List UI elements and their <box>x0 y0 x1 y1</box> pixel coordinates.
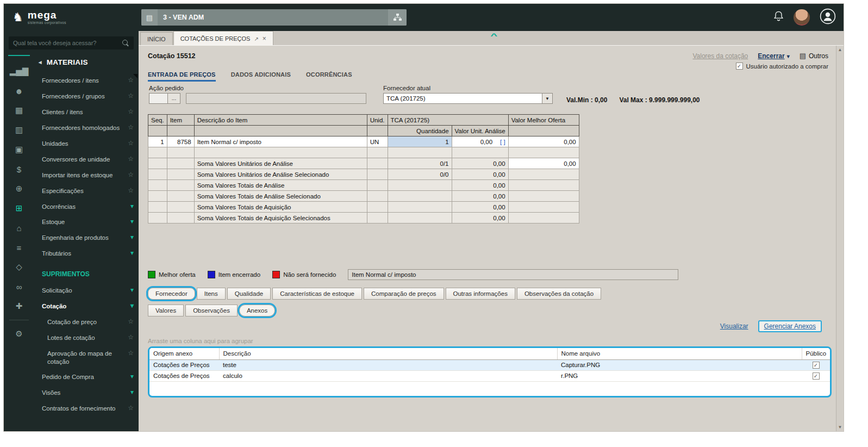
tab-outras-informacoes[interactable]: Outras informações <box>446 288 515 300</box>
sidebar-item-cotacao-de-preco[interactable]: Cotação de preço <box>34 314 139 330</box>
attachment-row[interactable]: Cotações de Preços teste Capturar.PNG <box>149 359 830 370</box>
sidebar-section-suprimentos[interactable]: SUPRIMENTOS <box>34 262 139 283</box>
sidebar-item-cotacao[interactable]: Cotação <box>34 299 139 314</box>
factory-icon[interactable]: ⌂ <box>4 218 34 238</box>
company-selector[interactable]: 3 - VEN ADM <box>141 9 407 26</box>
encerrar-dropdown[interactable]: Encerrar <box>758 52 789 60</box>
col-descricao[interactable]: Descrição <box>219 348 557 359</box>
spreadsheet-icon[interactable]: ▦ <box>4 101 34 120</box>
sidebar-item-especificacoes[interactable]: Especificações <box>34 183 139 199</box>
collapse-panel-chevron-icon[interactable] <box>490 32 497 40</box>
document-add-icon[interactable]: ✚ <box>4 296 34 316</box>
acao-pedido-field[interactable] <box>149 93 167 104</box>
organization-icon[interactable]: ▥ <box>4 120 34 140</box>
sidebar-item-tributarios[interactable]: Tributários <box>34 246 139 262</box>
usuario-autorizado-checkbox[interactable] <box>736 63 743 70</box>
sidebar-item-solicitacao[interactable]: Solicitação <box>34 283 139 299</box>
tab-entrada-de-precos[interactable]: ENTRADA DE PREÇOS <box>148 71 216 82</box>
purchases-cart-icon[interactable]: ⊞ <box>4 198 34 218</box>
globe-icon[interactable]: ⊕ <box>4 179 34 198</box>
tab-fornecedor[interactable]: Fornecedor <box>148 288 195 300</box>
col-publico[interactable]: Público <box>802 348 830 359</box>
user-config-icon[interactable]: ☻ <box>4 81 34 101</box>
unit-value-cell[interactable]: 0,00[ ] <box>452 136 508 147</box>
logistics-truck-icon[interactable]: ▣ <box>4 140 34 159</box>
search-input[interactable] <box>13 40 122 46</box>
scroll-up-icon[interactable] <box>836 47 844 52</box>
attachment-links: Visualizar Gerenciar Anexos <box>148 320 828 332</box>
sidebar-item-engenharia-de-produtos[interactable]: Engenharia de produtos <box>34 230 139 246</box>
outros-button[interactable]: Outros <box>800 52 828 60</box>
sidebar-item-aprovacao-do-mapa-de-cotacao[interactable]: Aprovação do mapa de cotação <box>34 346 139 370</box>
publico-checkbox[interactable] <box>813 372 820 380</box>
page-title: Cotação 15512 <box>148 52 196 60</box>
tab-dados-adicionais[interactable]: DADOS ADICIONAIS <box>231 71 291 82</box>
edit-brackets[interactable]: [ ] <box>500 139 505 145</box>
sidebar-item-unidades[interactable]: Unidades <box>34 136 139 152</box>
quantity-cell[interactable]: 1 <box>388 136 452 147</box>
tab-observacoes[interactable]: Observações <box>185 305 238 316</box>
tab-cotacoes-de-precos[interactable]: COTAÇÕES DE PREÇOS <box>173 31 273 45</box>
col-nome-arquivo[interactable]: Nome arquivo <box>557 348 802 359</box>
open-external-icon[interactable] <box>254 35 258 42</box>
fornecedor-atual-value: TCA (201725) <box>384 95 542 102</box>
sidebar-item-visoes[interactable]: Visões <box>34 385 139 401</box>
sidebar-item-fornecedores-grupos[interactable]: Fornecedores / grupos <box>34 89 139 104</box>
user-avatar[interactable] <box>794 9 810 26</box>
price-tag-icon[interactable]: ◇ <box>4 257 34 277</box>
chevron-down-icon[interactable] <box>542 94 552 103</box>
col-origem-anexo[interactable]: Origem anexo <box>149 348 219 359</box>
selected-item-field[interactable]: Item Normal c/ imposto <box>348 269 678 280</box>
logo-text: mega <box>28 10 66 20</box>
fornecedor-atual-select[interactable]: TCA (201725) <box>383 93 553 104</box>
tab-caracteristicas-de-estoque[interactable]: Características de estoque <box>272 288 362 300</box>
close-tab-icon[interactable] <box>263 35 266 42</box>
sidebar-item-contratos-de-fornecimento[interactable]: Contratos de fornecimento <box>34 401 139 417</box>
attachment-row[interactable]: Cotações de Preços calculo r.PNG <box>149 370 830 381</box>
finance-chart-icon[interactable]: $ <box>4 159 34 179</box>
tab-itens[interactable]: Itens <box>197 288 226 300</box>
gerenciar-anexos-link[interactable]: Gerenciar Anexos <box>758 320 822 332</box>
report-document-icon[interactable]: ≡ <box>4 238 34 257</box>
integration-link-icon[interactable]: ∞ <box>4 277 34 296</box>
fornecedor-atual-label: Fornecedor atual <box>383 85 553 91</box>
sidebar-item-pedido-de-compra[interactable]: Pedido de Compra <box>34 369 139 385</box>
sidebar-item-fornecedores-homologados[interactable]: Fornecedores homologados <box>34 120 139 136</box>
fornecedor-subtabs: ValoresObservaçõesAnexos <box>148 305 828 316</box>
acao-pedido-value-field[interactable] <box>186 93 366 104</box>
tab-anexos[interactable]: Anexos <box>239 305 275 316</box>
collapse-menu-arrow-icon[interactable]: ◂ <box>39 59 42 66</box>
sidebar-item-estoque[interactable]: Estoque <box>34 214 139 230</box>
notifications-bell-icon[interactable] <box>773 11 784 24</box>
visualizar-link[interactable]: Visualizar <box>720 322 748 330</box>
sidebar-item-conversores-de-unidade[interactable]: Conversores de unidade <box>34 152 139 167</box>
valores-da-cotacao-link[interactable]: Valores da cotação <box>692 52 748 60</box>
tab-qualidade[interactable]: Qualidade <box>227 288 271 300</box>
tab-valores[interactable]: Valores <box>148 305 184 316</box>
tab-comparacao-de-precos[interactable]: Comparação de preços <box>364 288 444 300</box>
sidebar-item-fornecedores-itens[interactable]: Fornecedores / itens <box>34 73 139 89</box>
mega-logo[interactable]: mega sistemas corporativos <box>4 10 139 25</box>
menu-section-title: MATERIAIS <box>47 58 88 66</box>
grid-item-row[interactable]: 1 8758 Item Normal c/ imposto UN 1 0,00[… <box>148 136 579 147</box>
col-valor-melhor-oferta: Valor Melhor Oferta <box>508 115 579 126</box>
col-item: Item <box>167 115 194 126</box>
vertical-scrollbar[interactable] <box>836 46 844 431</box>
organization-chart-icon[interactable] <box>388 9 407 26</box>
tab-observacoes-da-cotacao[interactable]: Observações da cotação <box>517 288 601 300</box>
account-person-icon[interactable] <box>820 8 836 27</box>
tab-inicio[interactable]: INÍCIO <box>140 32 173 45</box>
sidebar-item-lotes-de-cotacao[interactable]: Lotes de cotação <box>34 330 139 346</box>
search-icon[interactable] <box>122 40 129 47</box>
indicators-chart-icon[interactable]: ▂▅▇ <box>4 61 34 81</box>
gear-icon[interactable]: ⚙ <box>4 324 34 344</box>
scroll-down-icon[interactable] <box>836 425 844 430</box>
attachments-table: Origem anexo Descrição Nome arquivo Públ… <box>149 348 830 382</box>
sidebar-item-clientes-itens[interactable]: Clientes / itens <box>34 104 139 120</box>
acao-pedido-browse-button[interactable]: ... <box>167 93 180 104</box>
publico-checkbox[interactable] <box>813 362 820 369</box>
tab-ocorrencias[interactable]: OCORRÊNCIAS <box>306 71 352 82</box>
sidebar-item-importar-itens-de-estoque[interactable]: Importar itens de estoque <box>34 167 139 183</box>
acao-pedido-label: Ação pedido <box>149 85 366 91</box>
sidebar-item-ocorrencias[interactable]: Ocorrências <box>34 199 139 215</box>
